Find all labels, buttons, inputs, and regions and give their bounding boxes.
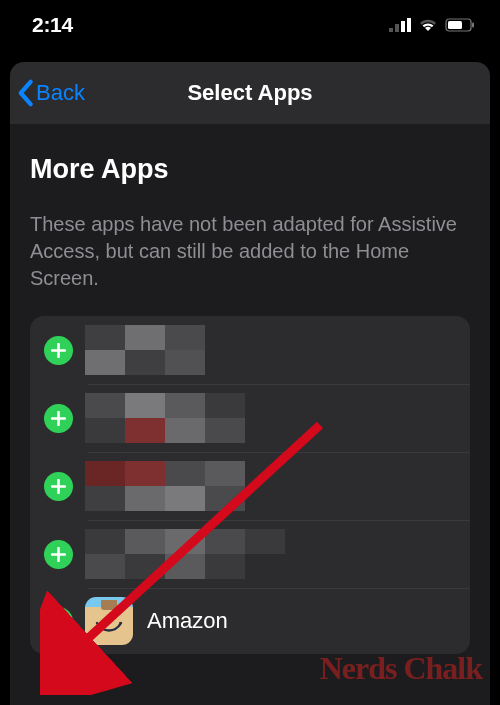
section-title: More Apps: [30, 154, 470, 185]
plus-icon: [51, 479, 66, 494]
list-item: [30, 452, 470, 520]
add-button[interactable]: [44, 607, 73, 636]
more-apps-section: More Apps These apps have not been adapt…: [10, 124, 490, 654]
plus-icon: [51, 343, 66, 358]
add-button[interactable]: [44, 472, 73, 501]
add-button[interactable]: [44, 336, 73, 365]
back-button[interactable]: Back: [10, 79, 85, 107]
wifi-icon: [418, 18, 438, 32]
redacted-app: [85, 325, 325, 375]
redacted-app: [85, 393, 325, 443]
add-button[interactable]: [44, 404, 73, 433]
section-description: These apps have not been adapted for Ass…: [30, 211, 470, 292]
plus-icon: [51, 411, 66, 426]
back-label: Back: [36, 80, 85, 106]
chevron-left-icon: [16, 79, 34, 107]
apps-list: Amazon: [30, 316, 470, 654]
svg-rect-1: [395, 24, 399, 32]
nav-bar: Back Select Apps: [10, 62, 490, 124]
redacted-app: [85, 461, 325, 511]
plus-icon: [51, 614, 66, 629]
plus-icon: [51, 547, 66, 562]
content-shell: Back Select Apps More Apps These apps ha…: [10, 62, 490, 705]
battery-icon: [445, 18, 475, 32]
svg-rect-6: [472, 23, 474, 28]
redacted-app: [85, 529, 325, 579]
app-label: Amazon: [147, 608, 228, 634]
list-item: [30, 520, 470, 588]
svg-rect-3: [407, 18, 411, 32]
status-bar: 2:14: [0, 0, 500, 50]
svg-rect-2: [401, 21, 405, 32]
status-indicators: [389, 18, 475, 32]
list-item-amazon: Amazon: [30, 588, 470, 654]
list-item: [30, 316, 470, 384]
list-item: [30, 384, 470, 452]
status-time: 2:14: [32, 13, 73, 37]
svg-rect-5: [448, 21, 462, 29]
svg-rect-0: [389, 28, 393, 32]
cellular-icon: [389, 18, 411, 32]
add-button[interactable]: [44, 540, 73, 569]
amazon-app-icon: [85, 597, 133, 645]
